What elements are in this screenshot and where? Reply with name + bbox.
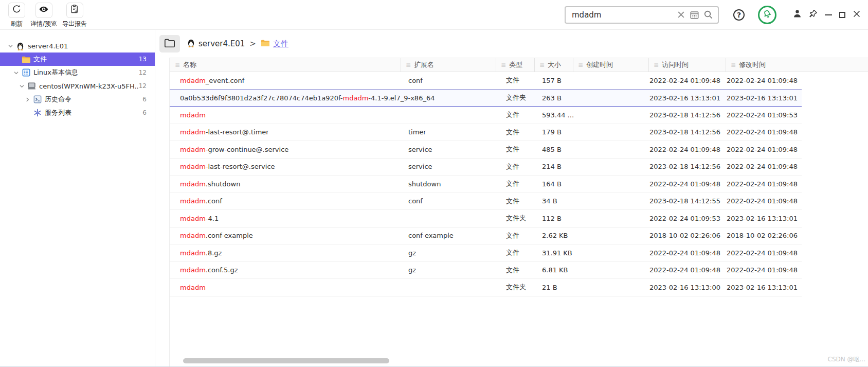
cell-accessed: 2022-02-24 01:09:48 bbox=[648, 180, 726, 188]
column-menu-icon[interactable]: ≡ bbox=[501, 61, 506, 68]
table-row[interactable]: mdadm.shutdown shutdown 文件 164 B 2022-02… bbox=[170, 176, 802, 193]
cell-modified: 2023-02-16 13:13:01 bbox=[726, 284, 802, 291]
cell-type: 文件 bbox=[496, 76, 534, 85]
folder-icon bbox=[22, 56, 30, 63]
column-header-accessed[interactable]: ≡访问时间 bbox=[648, 58, 726, 72]
cell-size: 2.62 KB bbox=[534, 232, 573, 239]
cell-name: 0a0b533d6f9f3801d2a3f27c78074c74eb1a920f… bbox=[170, 94, 401, 102]
column-header-modified[interactable]: ≡修改时间 bbox=[726, 58, 802, 72]
eye-icon bbox=[39, 4, 49, 16]
cell-type: 文件 bbox=[496, 128, 534, 137]
cell-name: mdadm-4.1 bbox=[170, 215, 401, 222]
sidebar-item-5[interactable]: 服务列表 6 bbox=[0, 106, 155, 119]
column-label: 修改时间 bbox=[739, 60, 766, 69]
cell-name: mdadm bbox=[170, 284, 401, 291]
user-icon bbox=[793, 9, 802, 20]
cell-accessed: 2022-02-24 01:09:48 bbox=[648, 266, 726, 274]
cell-accessed: 2022-02-24 01:09:48 bbox=[648, 77, 726, 84]
penguin-icon bbox=[187, 39, 195, 49]
cell-name: mdadm.8.gz bbox=[170, 249, 401, 257]
table-row[interactable]: mdadm-4.1 文件夹 112 B 2022-02-24 01:09:53 … bbox=[170, 210, 802, 228]
cell-type: 文件夹 bbox=[496, 93, 534, 102]
column-menu-icon[interactable]: ≡ bbox=[539, 61, 545, 68]
column-label: 创建时间 bbox=[586, 60, 613, 69]
column-menu-icon[interactable]: ≡ bbox=[578, 61, 583, 68]
clear-search-icon[interactable] bbox=[677, 10, 685, 19]
cell-accessed: 2023-02-16 13:13:00 bbox=[648, 284, 726, 291]
maximize-button[interactable] bbox=[839, 12, 845, 18]
sidebar-item-3[interactable]: centos(WPXnWM-k23X-u5FH... 12 bbox=[0, 79, 155, 93]
refresh-button[interactable]: 刷新 bbox=[8, 2, 25, 28]
chevron-down-icon[interactable] bbox=[13, 70, 19, 76]
breadcrumb-current-link[interactable]: 文件 bbox=[273, 39, 288, 49]
table-row[interactable]: mdadm.conf conf 文件 34 B 2023-02-18 14:12… bbox=[170, 193, 802, 211]
minimize-button[interactable] bbox=[825, 14, 832, 15]
cell-modified: 2022-02-24 01:09:48 bbox=[726, 128, 802, 136]
export-report-button[interactable]: 导出报告 bbox=[62, 2, 87, 28]
chevron-down-icon[interactable] bbox=[19, 83, 25, 89]
cell-extension: conf bbox=[401, 197, 496, 205]
top-toolbar: 刷新 详情/预览 导出报告 bbox=[0, 0, 868, 30]
table-row[interactable]: mdadm 文件 593.44 ... 2023-02-18 14:12:56 … bbox=[170, 107, 802, 124]
cell-size: 485 B bbox=[534, 146, 573, 153]
sidebar-item-1[interactable]: 文件 13 bbox=[0, 53, 155, 66]
notification-badge[interactable] bbox=[758, 6, 776, 24]
search-icon[interactable] bbox=[703, 10, 713, 20]
table-row[interactable]: mdadm-last-resort@.service service 文件 21… bbox=[170, 159, 802, 176]
cell-name: mdadm.conf.5.gz bbox=[170, 266, 401, 274]
column-menu-icon[interactable]: ≡ bbox=[731, 61, 736, 68]
table-row[interactable]: mdadm-grow-continue@.service service 文件 … bbox=[170, 141, 802, 159]
cell-accessed: 2023-02-18 14:12:56 bbox=[648, 111, 726, 119]
cell-accessed: 2023-02-18 14:12:55 bbox=[648, 197, 726, 205]
cell-modified: 2022-02-24 01:09:48 bbox=[726, 163, 802, 170]
cell-size: 214 B bbox=[534, 163, 573, 170]
cell-extension: gz bbox=[401, 266, 496, 274]
chevron-down-icon[interactable] bbox=[8, 43, 13, 49]
column-menu-icon[interactable]: ≡ bbox=[175, 61, 180, 68]
close-icon bbox=[853, 10, 861, 20]
cell-modified: 2023-02-16 13:13:01 bbox=[726, 94, 802, 102]
cell-extension: gz bbox=[401, 249, 496, 257]
cell-name: mdadm.conf bbox=[170, 197, 401, 205]
table-row[interactable]: mdadm.8.gz gz 文件 31.91 KB 2022-02-24 01:… bbox=[170, 244, 802, 262]
table-row[interactable]: mdadm-last-resort@.timer timer 文件 179 B … bbox=[170, 124, 802, 142]
table-row[interactable]: mdadm 文件夹 21 B 2023-02-16 13:13:00 2023-… bbox=[170, 279, 802, 296]
cell-type: 文件 bbox=[496, 231, 534, 240]
cell-name: mdadm.conf-example bbox=[170, 232, 401, 239]
item-count-badge: 6 bbox=[142, 96, 155, 103]
sidebar-item-root[interactable]: server4.E01 bbox=[0, 39, 155, 53]
sidebar-item-4[interactable]: 历史命令 6 bbox=[0, 93, 155, 106]
column-header-name[interactable]: ≡名称 bbox=[170, 58, 401, 72]
terminal-icon bbox=[33, 95, 42, 103]
cell-type: 文件夹 bbox=[496, 283, 534, 292]
pin-button[interactable] bbox=[809, 9, 818, 20]
column-header-created[interactable]: ≡创建时间 bbox=[573, 58, 648, 72]
sidebar-item-2[interactable]: Linux基本信息 12 bbox=[0, 66, 155, 79]
cell-size: 6.81 KB bbox=[534, 266, 573, 274]
close-button[interactable] bbox=[853, 10, 861, 20]
cell-size: 179 B bbox=[534, 128, 573, 136]
cell-extension: conf bbox=[401, 77, 496, 84]
calendar-filter-icon[interactable] bbox=[690, 10, 699, 20]
table-row[interactable]: mdadm.conf.5.gz gz 文件 6.81 KB 2022-02-24… bbox=[170, 262, 802, 279]
table-row[interactable]: 0a0b533d6f9f3801d2a3f27c78074c74eb1a920f… bbox=[170, 90, 802, 107]
table-row[interactable]: mdadm_event.conf conf 文件 157 B 2022-02-2… bbox=[170, 72, 802, 90]
column-header-type[interactable]: ≡类型 bbox=[496, 58, 534, 72]
table-row[interactable]: mdadm.conf-example conf-example 文件 2.62 … bbox=[170, 228, 802, 245]
folder-view-button[interactable] bbox=[159, 35, 180, 53]
breadcrumb-root[interactable]: server4.E01 bbox=[198, 39, 245, 48]
cell-size: 164 B bbox=[534, 180, 573, 188]
search-input[interactable] bbox=[572, 10, 673, 20]
help-button[interactable]: ? bbox=[733, 9, 745, 21]
user-button[interactable] bbox=[793, 9, 802, 20]
column-menu-icon[interactable]: ≡ bbox=[654, 61, 659, 68]
column-header-size[interactable]: ≡大小 bbox=[534, 58, 573, 72]
table-body: mdadm_event.conf conf 文件 157 B 2022-02-2… bbox=[170, 72, 868, 296]
horizontal-scrollbar[interactable] bbox=[183, 358, 389, 363]
column-label: 访问时间 bbox=[662, 60, 689, 69]
column-header-extension[interactable]: ≡扩展名 bbox=[401, 58, 496, 72]
column-menu-icon[interactable]: ≡ bbox=[406, 61, 411, 68]
chevron-right-icon[interactable] bbox=[25, 97, 30, 102]
details-preview-button[interactable]: 详情/预览 bbox=[30, 2, 57, 28]
cell-extension: timer bbox=[401, 128, 496, 136]
